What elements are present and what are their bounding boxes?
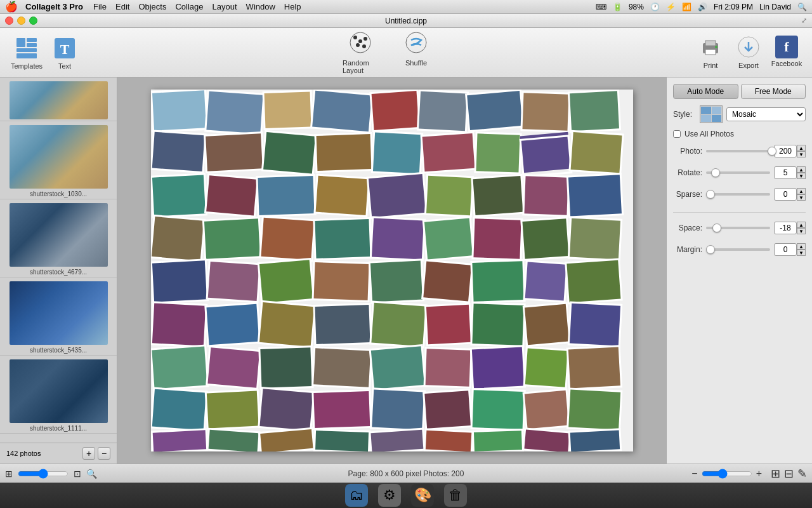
list-item[interactable]: shutterstock_5435... xyxy=(0,277,117,356)
svg-rect-99 xyxy=(313,261,370,301)
facebook-label: Facebook xyxy=(771,60,802,67)
space-slider-thumb[interactable] xyxy=(712,224,721,232)
rotate-decrement[interactable]: ▼ xyxy=(797,173,806,179)
remove-photo-button[interactable]: − xyxy=(98,447,110,460)
print-button[interactable]: Print xyxy=(693,36,728,69)
photo-stepper[interactable]: ▲ ▼ xyxy=(797,145,806,157)
list-item[interactable]: shutterstock_4679... xyxy=(0,199,117,277)
edit-view-button[interactable]: ✎ xyxy=(797,467,807,481)
menu-layout[interactable]: Layout xyxy=(213,2,237,11)
space-increment[interactable]: ▲ xyxy=(797,222,806,228)
export-button[interactable]: Export xyxy=(731,36,766,69)
margin-slider[interactable] xyxy=(706,248,770,251)
svg-rect-3 xyxy=(16,48,37,52)
wifi-icon: 📶 xyxy=(682,3,691,11)
margin-increment[interactable]: ▲ xyxy=(797,243,806,250)
close-button[interactable] xyxy=(5,17,13,25)
use-all-photos-checkbox[interactable] xyxy=(673,130,681,138)
zoom-slider-right[interactable] xyxy=(702,469,752,479)
zoom-out-button[interactable]: − xyxy=(691,468,697,479)
auto-mode-button[interactable]: Auto Mode xyxy=(673,84,738,99)
sidebar: shutterstock_1030... shutterstock_4679..… xyxy=(0,77,117,464)
templates-button[interactable]: Templates xyxy=(8,33,46,72)
sparse-increment[interactable]: ▲ xyxy=(797,188,806,194)
maximize-button[interactable] xyxy=(29,17,37,25)
menu-objects[interactable]: Objects xyxy=(138,2,166,11)
shuffle-button[interactable]: Shuffle xyxy=(398,31,434,74)
svg-point-17 xyxy=(715,46,717,48)
margin-stepper[interactable]: ▲ ▼ xyxy=(797,243,806,256)
svg-rect-35 xyxy=(521,92,569,132)
svg-rect-171 xyxy=(314,430,369,451)
svg-rect-161 xyxy=(523,389,570,430)
menu-collage[interactable]: Collage xyxy=(175,2,203,11)
svg-rect-95 xyxy=(207,260,260,302)
status-bar: ⊞ ⊡ 🔍 Page: 800 x 600 pixel Photos: 200 … xyxy=(0,464,812,483)
svg-rect-57 xyxy=(151,174,206,217)
color-dock-item[interactable]: 🎨 xyxy=(411,484,434,507)
menu-edit[interactable]: Edit xyxy=(115,2,129,11)
photo-slider[interactable] xyxy=(706,150,770,152)
photo-slider-thumb[interactable] xyxy=(768,147,776,156)
finder-dock-item[interactable]: 🗂 xyxy=(345,484,368,507)
space-slider[interactable] xyxy=(706,227,770,229)
search-icon[interactable]: 🔍 xyxy=(797,3,807,11)
rotate-slider[interactable] xyxy=(706,171,770,174)
photo-increment[interactable]: ▲ xyxy=(797,145,806,151)
minimize-button[interactable] xyxy=(17,17,25,25)
settings-dock-item[interactable]: ⚙ xyxy=(378,484,401,507)
svg-rect-29 xyxy=(370,90,419,131)
facebook-button[interactable]: f Facebook xyxy=(769,36,804,69)
svg-rect-145 xyxy=(567,346,621,389)
random-layout-button[interactable]: Random Layout xyxy=(343,31,378,74)
sparse-slider[interactable] xyxy=(706,193,770,196)
margin-decrement[interactable]: ▼ xyxy=(797,250,806,256)
svg-rect-101 xyxy=(369,260,423,303)
sparse-slider-thumb[interactable] xyxy=(706,190,715,199)
menu-file[interactable]: File xyxy=(93,2,107,11)
svg-rect-113 xyxy=(205,303,259,346)
svg-rect-129 xyxy=(151,345,208,390)
svg-rect-97 xyxy=(258,259,313,304)
print-icon xyxy=(699,36,722,60)
rotate-increment[interactable]: ▲ xyxy=(797,166,806,173)
clock-icon: 🕐 xyxy=(650,3,660,11)
zoom-slider-left[interactable] xyxy=(18,469,69,479)
text-button[interactable]: T Text xyxy=(46,33,84,72)
grid-view-button[interactable]: ⊞ xyxy=(771,467,780,481)
list-item[interactable]: shutterstock_1111... xyxy=(0,356,117,434)
collage-canvas[interactable] xyxy=(151,90,633,451)
detail-view-button[interactable]: ⊟ xyxy=(784,467,794,481)
rotate-stepper[interactable]: ▲ ▼ xyxy=(797,166,806,179)
svg-rect-67 xyxy=(425,175,473,217)
free-mode-button[interactable]: Free Mode xyxy=(741,84,806,99)
add-photo-button[interactable]: + xyxy=(82,447,95,460)
sparse-decrement[interactable]: ▼ xyxy=(797,194,806,201)
svg-point-10 xyxy=(356,43,360,47)
zoom-in-button[interactable]: + xyxy=(756,468,762,479)
main-area: shutterstock_1030... shutterstock_4679..… xyxy=(0,77,812,464)
space-stepper[interactable]: ▲ ▼ xyxy=(797,222,806,234)
photo-decrement[interactable]: ▼ xyxy=(797,151,806,157)
sparse-stepper[interactable]: ▲ ▼ xyxy=(797,188,806,201)
zoom-out-icon[interactable]: 🔍 xyxy=(86,469,97,479)
fit-icon[interactable]: ⊡ xyxy=(74,469,81,479)
svg-rect-16 xyxy=(705,50,716,55)
status-right-controls: − + ⊞ ⊟ ✎ xyxy=(691,467,807,481)
svg-rect-93 xyxy=(151,260,207,303)
space-decrement[interactable]: ▼ xyxy=(797,228,806,234)
apple-menu[interactable]: 🍎 xyxy=(5,1,18,13)
trash-dock-item[interactable]: 🗑 xyxy=(444,484,467,507)
list-item[interactable]: shutterstock_1030... xyxy=(0,121,117,199)
battery-percent: 98% xyxy=(629,3,644,11)
menu-window[interactable]: Window xyxy=(246,2,275,11)
sparse-slider-label: Sparse: xyxy=(673,190,702,199)
style-select[interactable]: Mosaic Grid Scatter xyxy=(726,107,806,121)
menu-help[interactable]: Help xyxy=(284,2,301,11)
print-label: Print xyxy=(704,62,718,69)
list-item[interactable] xyxy=(0,77,117,121)
panel-toggle-icon[interactable]: ⊞ xyxy=(5,469,13,479)
margin-slider-thumb[interactable] xyxy=(706,245,715,254)
rotate-slider-thumb[interactable] xyxy=(711,168,720,177)
resize-icon[interactable]: ⤢ xyxy=(801,17,807,25)
